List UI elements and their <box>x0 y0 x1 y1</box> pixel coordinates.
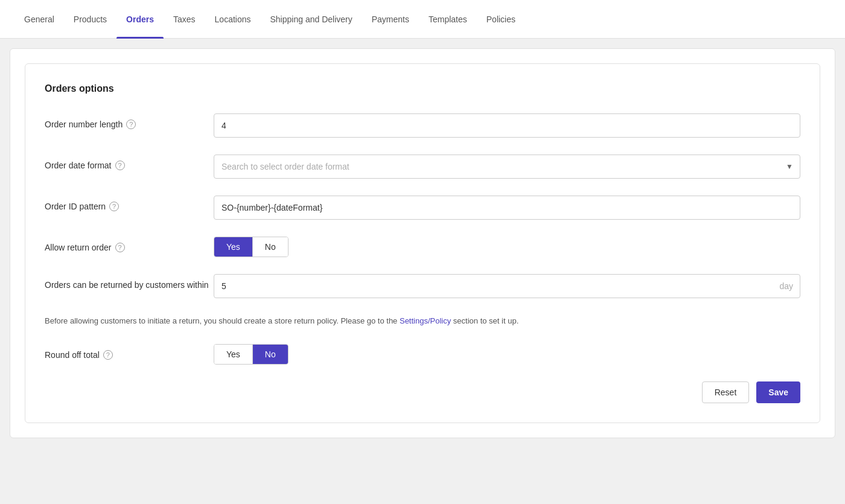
allow-return-toggle-group: Yes No <box>214 237 289 257</box>
round-off-total-control: Yes No <box>214 344 800 365</box>
order-number-length-control <box>214 113 800 138</box>
reset-button[interactable]: Reset <box>702 381 750 403</box>
nav-policies[interactable]: Policies <box>477 0 525 39</box>
order-date-format-control: Search to select order date format ▼ <box>214 155 800 179</box>
allow-return-no-button[interactable]: No <box>253 237 288 257</box>
page-content: Orders options Order number length ? Ord… <box>0 39 845 448</box>
settings-policy-link[interactable]: Settings/Policy <box>400 316 451 325</box>
order-number-length-label: Order number length ? <box>45 113 214 129</box>
order-date-format-select-wrapper: Search to select order date format ▼ <box>214 155 800 179</box>
return-within-control: day <box>214 274 800 298</box>
nav-locations[interactable]: Locations <box>205 0 261 39</box>
allow-return-order-label: Allow return order ? <box>45 237 214 252</box>
order-id-pattern-input[interactable] <box>214 196 800 220</box>
return-within-row: Orders can be returned by customers with… <box>45 274 800 298</box>
round-off-total-help-icon[interactable]: ? <box>103 350 113 360</box>
order-id-pattern-control <box>214 196 800 220</box>
section-title: Orders options <box>45 83 800 94</box>
order-number-length-input[interactable] <box>214 113 800 138</box>
allow-return-yes-button[interactable]: Yes <box>214 237 253 257</box>
return-within-input-wrapper: day <box>214 274 800 298</box>
nav-products[interactable]: Products <box>64 0 116 39</box>
allow-return-order-control: Yes No <box>214 237 800 257</box>
top-navigation: General Products Orders Taxes Locations … <box>0 0 845 39</box>
order-id-pattern-label: Order ID pattern ? <box>45 196 214 211</box>
nav-orders[interactable]: Orders <box>116 0 164 39</box>
outer-card: Orders options Order number length ? Ord… <box>10 48 835 438</box>
save-button[interactable]: Save <box>756 381 800 403</box>
order-date-format-help-icon[interactable]: ? <box>115 161 125 170</box>
return-within-input[interactable] <box>214 274 800 298</box>
round-off-total-label: Round off total ? <box>45 344 214 360</box>
round-off-no-button[interactable]: No <box>253 345 288 364</box>
order-number-length-help-icon[interactable]: ? <box>126 120 136 129</box>
order-number-length-row: Order number length ? <box>45 113 800 138</box>
return-policy-info: Before allowing customers to initiate a … <box>45 315 800 327</box>
nav-general[interactable]: General <box>14 0 64 39</box>
form-actions: Reset Save <box>45 381 800 403</box>
nav-shipping[interactable]: Shipping and Delivery <box>261 0 362 39</box>
return-within-label: Orders can be returned by customers with… <box>45 274 214 290</box>
allow-return-order-help-icon[interactable]: ? <box>115 243 125 252</box>
allow-return-order-row: Allow return order ? Yes No <box>45 237 800 257</box>
info-text-after: section to set it up. <box>451 316 518 325</box>
nav-templates[interactable]: Templates <box>419 0 477 39</box>
order-id-pattern-help-icon[interactable]: ? <box>109 202 119 211</box>
round-off-toggle-group: Yes No <box>214 344 289 365</box>
order-id-pattern-row: Order ID pattern ? <box>45 196 800 220</box>
order-date-format-select[interactable]: Search to select order date format <box>214 155 800 179</box>
order-date-format-label: Order date format ? <box>45 155 214 170</box>
orders-options-card: Orders options Order number length ? Ord… <box>25 63 820 423</box>
info-text-before: Before allowing customers to initiate a … <box>45 316 400 325</box>
order-date-format-row: Order date format ? Search to select ord… <box>45 155 800 179</box>
nav-payments[interactable]: Payments <box>362 0 419 39</box>
round-off-total-row: Round off total ? Yes No <box>45 344 800 365</box>
nav-taxes[interactable]: Taxes <box>164 0 205 39</box>
round-off-yes-button[interactable]: Yes <box>214 345 253 364</box>
